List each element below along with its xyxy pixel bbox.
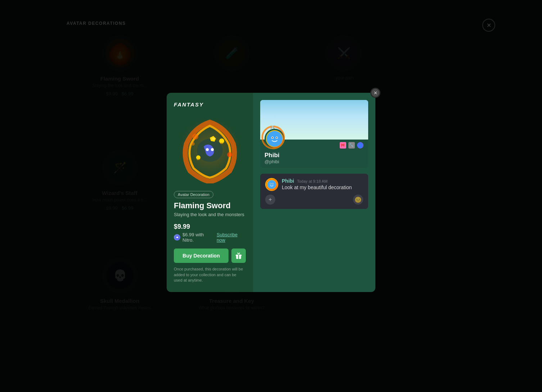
chat-avatar-svg: [266, 179, 277, 190]
svg-point-69: [267, 180, 276, 189]
svg-point-54: [267, 131, 283, 147]
svg-rect-24: [220, 143, 223, 144]
profile-avatar: [265, 129, 285, 149]
buy-row: Buy Decoration: [174, 249, 246, 263]
subscribe-link[interactable]: Subscribe now: [217, 232, 246, 243]
chat-message-row: Phibi Today at 9:18 AM Look at my beauti…: [265, 178, 363, 191]
chat-message-text: Look at my beautiful decoration: [282, 184, 352, 190]
gift-button[interactable]: [231, 249, 246, 263]
modal-container: FANTASY: [167, 93, 375, 292]
chat-timestamp: Today at 9:18 AM: [297, 179, 328, 183]
profile-preview: 🌺 ☁️ ♣ ♣ ♣: [260, 100, 368, 168]
svg-point-21: [206, 148, 209, 151]
chat-message-header: Phibi Today at 9:18 AM: [282, 178, 352, 184]
modal-right-panel: ✕: [253, 93, 375, 292]
price-regular: $9.99: [174, 223, 190, 231]
decoration-title: Flaming Sword: [174, 201, 231, 210]
modal-overlay: FANTASY: [0, 0, 542, 392]
svg-text:🌀: 🌀: [358, 143, 363, 148]
buy-disclaimer: Once purchased, this decoration will be …: [174, 266, 246, 283]
profile-handle: @phibi: [265, 159, 364, 164]
svg-point-22: [211, 148, 214, 151]
gift-icon: [235, 252, 242, 259]
flaming-sword-decoration: [176, 115, 244, 183]
profile-badge-3: 🌀: [357, 142, 364, 149]
price-nitro-row: $6.99 with Nitro. Subscribe now: [174, 232, 246, 243]
svg-text:🔧: 🔧: [349, 143, 354, 147]
profile-name: Phibi: [265, 152, 364, 159]
svg-point-18: [191, 142, 195, 146]
svg-point-19: [227, 152, 232, 157]
decoration-preview: [174, 113, 246, 185]
svg-rect-26: [197, 159, 199, 160]
price-nitro-text: $6.99 with Nitro.: [182, 232, 214, 243]
svg-point-58: [276, 137, 277, 138]
svg-text:🎀: 🎀: [340, 143, 345, 147]
chat-preview: Phibi Today at 9:18 AM Look at my beauti…: [260, 174, 368, 209]
add-icon: +: [268, 196, 272, 203]
svg-point-73: [272, 183, 273, 184]
decoration-badge: Avatar Decoration: [174, 191, 213, 198]
avatar-svg: [266, 130, 283, 147]
chat-actions: + 😐: [265, 195, 363, 205]
buy-decoration-button[interactable]: Buy Decoration: [174, 249, 229, 263]
badge-icon-3: 🌀: [357, 142, 364, 149]
profile-badge-1: 🎀: [339, 142, 347, 149]
chat-username: Phibi: [282, 178, 294, 184]
svg-point-23: [219, 138, 224, 143]
nitro-icon: [174, 234, 180, 241]
profile-badges: 🎀 🔧: [339, 142, 364, 149]
profile-avatar-container: ⚔️: [265, 129, 285, 149]
profile-badge-2: 🔧: [348, 142, 355, 149]
react-icon: 😐: [354, 196, 362, 203]
chat-add-button[interactable]: +: [265, 195, 275, 205]
modal-left-panel: FANTASY: [167, 93, 253, 292]
svg-point-17: [193, 134, 198, 140]
modal-brand: FANTASY: [174, 101, 204, 108]
profile-avatar-row: ⚔️ 🎀: [265, 129, 364, 149]
chat-message-content: Phibi Today at 9:18 AM Look at my beauti…: [282, 178, 352, 190]
svg-rect-30: [238, 255, 239, 259]
profile-info-card: ⚔️ 🎀: [260, 129, 368, 168]
decoration-description: Slaying the look and the monsters: [174, 212, 244, 217]
svg-point-57: [272, 137, 273, 138]
badge-icon-1: 🎀: [339, 142, 347, 149]
modal-close-button[interactable]: ✕: [370, 88, 380, 98]
svg-point-72: [270, 183, 271, 184]
chat-avatar: [265, 178, 278, 191]
chat-react-button[interactable]: 😐: [353, 195, 363, 205]
badge-icon-2: 🔧: [348, 142, 355, 149]
